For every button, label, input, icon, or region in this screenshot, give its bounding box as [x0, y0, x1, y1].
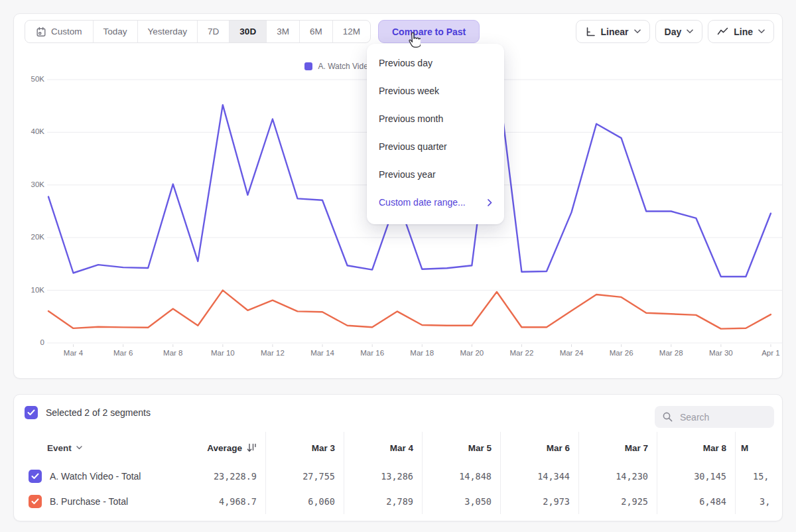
- chart-type-select[interactable]: Line: [708, 20, 774, 43]
- cell-value-text: 3,050: [464, 496, 492, 507]
- mouse-cursor-icon: [406, 32, 421, 49]
- linear-axis-icon: [585, 27, 596, 37]
- chevron-down-icon: [687, 29, 693, 34]
- average-header-label: Average: [207, 443, 242, 453]
- x-axis-tick-label: Mar 14: [310, 349, 334, 357]
- cell-value: 27,755: [266, 464, 344, 489]
- cell-value-text: 15,: [753, 471, 769, 482]
- selected-segments-label: Selected 2 of 2 segments: [46, 407, 151, 418]
- cell-value-text: 2,925: [621, 496, 648, 507]
- select-all-checkbox[interactable]: [25, 406, 38, 419]
- x-axis-tick-label: Mar 8: [163, 349, 182, 357]
- interval-label: Day: [665, 27, 682, 37]
- chevron-down-icon: [758, 29, 765, 34]
- range-30d[interactable]: 30D: [229, 21, 266, 42]
- average-value: 23,228.9: [176, 464, 266, 489]
- cell-value: 3,050: [423, 489, 501, 514]
- chart-options-group: Linear Day Line: [576, 20, 774, 43]
- line-chart-icon: [717, 27, 728, 36]
- date-column-header[interactable]: Mar 5: [423, 432, 501, 464]
- cell-value: 3,: [736, 489, 783, 514]
- y-axis-tick-label: 0: [18, 338, 44, 346]
- cell-value: 15,: [736, 464, 783, 489]
- x-axis-tick-label: Mar 22: [510, 349, 534, 357]
- scale-select[interactable]: Linear: [576, 20, 650, 43]
- scale-label: Linear: [601, 27, 629, 37]
- x-axis-tick-label: Mar 16: [360, 349, 384, 357]
- segments-table: Event Average Mar 3Mar 4Mar 5Mar 6Mar 7M…: [14, 432, 783, 514]
- menu-item-previous-day[interactable]: Previous day: [367, 49, 504, 77]
- average-value: 4,968.7: [176, 489, 266, 514]
- cell-value-text: 13,286: [381, 471, 413, 482]
- range-custom[interactable]: Custom: [25, 21, 93, 42]
- range-7d[interactable]: 7D: [197, 21, 229, 42]
- event-column-header[interactable]: Event: [14, 432, 176, 464]
- menu-item-previous-year[interactable]: Previous year: [367, 161, 504, 188]
- cell-value-text: 2,973: [543, 496, 570, 507]
- x-axis-tick-label: Mar 28: [659, 349, 683, 357]
- chevron-down-icon: [634, 29, 641, 34]
- range-label: 3M: [277, 27, 289, 36]
- range-label: Today: [103, 27, 127, 36]
- date-column-header[interactable]: M: [736, 432, 783, 464]
- segment-checkbox[interactable]: [29, 470, 42, 483]
- cell-value: 14,848: [423, 464, 501, 489]
- range-6m[interactable]: 6M: [299, 21, 332, 42]
- menu-item-previous-month[interactable]: Previous month: [367, 105, 504, 133]
- menu-item-previous-quarter[interactable]: Previous quarter: [367, 133, 504, 161]
- y-axis-tick-label: 10K: [18, 286, 44, 294]
- event-header-label: Event: [47, 443, 72, 453]
- cell-value-text: 30,145: [694, 471, 726, 482]
- interval-select[interactable]: Day: [655, 20, 703, 43]
- y-axis-tick-label: 20K: [18, 233, 44, 241]
- cell-value: 14,230: [579, 464, 657, 489]
- cell-value-text: 3,: [760, 496, 770, 507]
- x-axis-tick-label: Mar 30: [709, 349, 733, 357]
- cell-value: 2,789: [344, 489, 423, 514]
- date-column-header[interactable]: Mar 3: [266, 432, 344, 464]
- date-column-header[interactable]: Mar 7: [579, 432, 657, 464]
- segment-checkbox[interactable]: [29, 495, 42, 508]
- cell-value: 30,145: [657, 464, 736, 489]
- table-row-event: B. Purchase - Total: [14, 489, 176, 514]
- x-axis-tick-label: Mar 24: [560, 349, 584, 357]
- cell-value-text: 14,344: [537, 471, 570, 482]
- search-icon: [662, 411, 673, 423]
- segments-panel: Selected 2 of 2 segments Event Average M…: [13, 394, 783, 521]
- calendar-icon: [36, 27, 46, 37]
- date-header-label: Mar 4: [390, 443, 413, 453]
- compare-to-past-button[interactable]: Compare to Past: [378, 20, 480, 43]
- date-column-header[interactable]: Mar 8: [657, 432, 736, 464]
- x-axis-tick-label: Mar 12: [261, 349, 285, 357]
- range-3m[interactable]: 3M: [266, 21, 299, 42]
- date-header-label: Mar 7: [625, 443, 648, 453]
- custom-date-range-label: Custom date range...: [379, 197, 466, 208]
- check-icon: [31, 473, 39, 480]
- y-axis-tick-label: 50K: [18, 75, 44, 83]
- cell-value-text: 6,060: [308, 496, 335, 507]
- x-axis-tick-label: Mar 6: [113, 349, 133, 357]
- range-yesterday[interactable]: Yesterday: [137, 21, 198, 42]
- date-header-label: Mar 5: [468, 443, 492, 453]
- segment-name: B. Purchase - Total: [50, 496, 128, 507]
- range-label: Yesterday: [148, 27, 188, 36]
- range-12m[interactable]: 12M: [332, 21, 370, 42]
- chevron-right-icon: [488, 199, 492, 206]
- cell-value-text: 2,789: [386, 496, 413, 507]
- date-column-header[interactable]: Mar 4: [344, 432, 423, 464]
- menu-item-custom-date-range[interactable]: Custom date range...: [367, 188, 504, 216]
- y-axis-tick-label: 40K: [18, 127, 44, 135]
- cell-value-text: 14,848: [459, 471, 492, 482]
- menu-item-previous-week[interactable]: Previous week: [367, 77, 504, 105]
- x-axis-tick-label: Mar 4: [64, 349, 83, 357]
- range-today[interactable]: Today: [93, 21, 137, 42]
- cell-value-text: 14,230: [616, 471, 648, 482]
- table-row-event: A. Watch Video - Total: [14, 464, 176, 489]
- average-column-header[interactable]: Average: [176, 432, 266, 464]
- average-value-text: 4,968.7: [219, 496, 257, 507]
- date-header-label: M: [741, 443, 748, 453]
- cell-value: 2,925: [579, 489, 657, 514]
- segment-name: A. Watch Video - Total: [50, 471, 141, 482]
- date-column-header[interactable]: Mar 6: [501, 432, 579, 464]
- sort-descending-icon: [247, 443, 257, 452]
